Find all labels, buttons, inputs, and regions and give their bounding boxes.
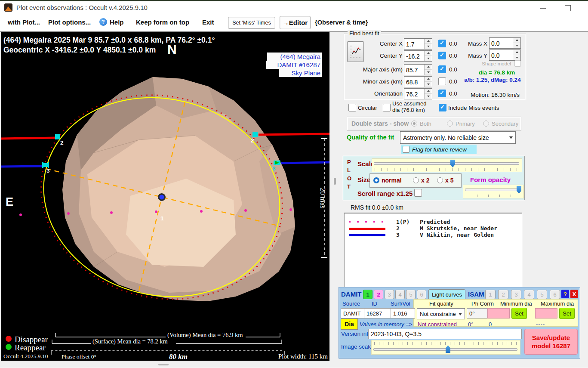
mass-y-spinbox[interactable] [489,49,521,61]
center-y-checkbox[interactable] [438,52,446,59]
dia-text: dia = 76.8 km [469,69,525,76]
min-dia-field[interactable] [487,308,510,319]
flag-review-checkbox[interactable] [403,146,409,153]
chord-1-label: 1 [160,215,164,222]
id-header: ID [372,300,377,307]
scale-slider[interactable] [372,158,522,172]
titlebar[interactable]: Plot event observations : Occult v.4.202… [0,1,588,14]
center-y-spinbox[interactable] [404,50,432,62]
chord-2-disappear-marker[interactable] [55,134,60,139]
isam-model-1-button[interactable]: 1 [485,290,496,299]
major-axis-spinbox[interactable] [404,64,432,75]
size-x5-radio[interactable] [437,177,443,183]
observer-time-label: {Observer & time} [315,19,368,26]
circular-checkbox[interactable] [348,104,356,111]
isam-model-4-button[interactable]: 4 [524,290,534,299]
mass-y-input[interactable] [489,50,513,60]
fit-quality-dropdown[interactable]: Not constrained [417,308,465,319]
scroll-range-checkbox[interactable] [414,189,422,197]
isam-model-5-button[interactable]: 5 [537,290,547,299]
mass-x-spinner[interactable] [513,38,520,48]
ellipse-center-marker[interactable] [160,195,164,200]
occult-version-label: Occult 4.2025.9.10 [3,353,48,359]
shape-model-checkbox[interactable] [514,60,521,67]
sky-plane-plot[interactable]: 1 2 2 3 3 (464) Meg [1,32,329,361]
set-miss-times-button[interactable]: Set 'Miss' Times [228,17,275,29]
isam-model-2-button[interactable]: 2 [498,290,508,299]
size-normal-radio[interactable] [373,177,379,183]
orientation-input[interactable] [404,89,424,99]
horizontal-drag-handle[interactable] [158,364,169,365]
panel-help-button[interactable]: ? [561,290,569,298]
mass-y-spinner[interactable] [513,50,520,60]
size-x2-radio[interactable] [413,177,419,183]
damit-model-3-button[interactable]: 3 [385,290,394,299]
source-value: DAMIT [341,308,365,319]
maximize-button[interactable] [560,3,575,13]
use-assumed-dia-checkbox[interactable] [383,104,391,111]
major-axis-input[interactable] [404,65,424,75]
observation-row-2[interactable]: 2 M Skrutskie, near Neder [345,225,522,232]
center-y-spinner[interactable] [424,51,432,61]
center-x-spinbox[interactable] [404,38,432,49]
editor-button[interactable]: →Editor [280,16,311,29]
orientation-checkbox[interactable] [438,90,446,97]
scale-slider-thumb[interactable] [450,160,455,167]
include-miss-label: Include Miss events [448,105,499,111]
mass-x-input[interactable] [489,38,513,48]
damit-model-1-button[interactable]: 1 [363,290,373,299]
image-scale-slider[interactable] [371,340,520,355]
light-curves-button[interactable]: Light curves [428,289,465,300]
observations-listbox[interactable]: 1(P) Predicted 2 M Skrutskie, near Neder… [344,213,522,291]
major-axis-checkbox[interactable] [438,65,446,73]
center-y-input[interactable] [404,51,424,61]
orientation-spinner[interactable] [424,89,432,99]
minor-axis-spinner[interactable] [424,77,432,87]
menu-keep-on-top[interactable]: Keep form on top [136,19,189,26]
id-value[interactable]: 16287 [364,308,392,319]
minor-axis-spinbox[interactable] [404,76,432,87]
values-in-memory-label: Values in memory => [360,321,412,328]
image-scale-thumb[interactable] [446,345,450,353]
window-title: Plot event observations : Occult v.4.202… [16,4,148,11]
ph-corrn-value[interactable]: 0° [467,308,488,319]
save-update-model-button[interactable]: Save/update model 16287 [524,329,578,355]
menu-help[interactable]: Help [110,19,124,26]
dia-button[interactable]: Dia [341,319,358,330]
isam-model-6-button[interactable]: 6 [550,290,560,299]
quality-dropdown[interactable]: Astrometry only. No reliable size [400,131,516,144]
set-max-dia-button[interactable]: Set [559,308,575,319]
chord-3-disappear-marker[interactable] [43,163,49,167]
center-x-input[interactable] [404,39,424,49]
include-miss-checkbox[interactable] [439,104,446,111]
observation-row-3[interactable]: 3 V Nikitin, near Golden [345,232,522,238]
max-dia-field[interactable] [535,308,557,319]
version-info-value[interactable]: 2023-10-03, Q=3.5 [368,329,522,339]
form-opacity-thumb[interactable] [517,186,521,194]
minor-axis-checkbox[interactable] [438,77,446,85]
minor-axis-input[interactable] [404,77,424,87]
set-min-dia-button[interactable]: Set [511,308,527,319]
center-x-checkbox[interactable] [438,40,446,47]
damit-model-6-button[interactable]: 6 [417,290,426,299]
menu-with-plot[interactable]: with Plot... [8,19,40,26]
chord-2-reappear-marker[interactable] [252,132,258,137]
vertical-splitter-handle[interactable] [334,178,336,185]
major-axis-spinner[interactable] [424,65,432,75]
observation-row-1[interactable]: 1(P) Predicted [345,219,522,225]
double-stars-group: Double stars - show Both Primary Seconda… [347,117,521,131]
menu-plot-options[interactable]: Plot options... [48,19,91,26]
panel-close-button[interactable]: X [570,290,578,298]
minimize-button[interactable] [536,3,550,13]
isam-model-3-button[interactable]: 3 [511,290,521,299]
help-icon[interactable] [99,18,107,26]
orientation-spinbox[interactable] [404,88,432,99]
damit-model-4-button[interactable]: 4 [395,290,405,299]
damit-model-2-button[interactable]: 2 [374,290,383,299]
damit-model-5-button[interactable]: 5 [406,290,416,299]
menu-exit[interactable]: Exit [202,19,214,26]
center-x-spinner[interactable] [424,39,432,49]
form-opacity-slider[interactable] [463,185,524,198]
mass-x-spinbox[interactable] [489,37,521,49]
size-x5-label: x 5 [445,177,453,184]
